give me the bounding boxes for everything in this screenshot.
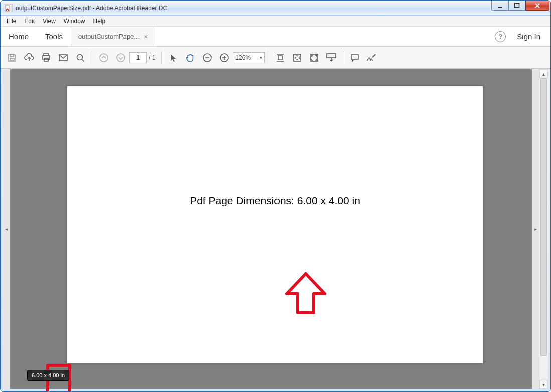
maximize-button[interactable]	[508, 1, 525, 11]
svg-rect-17	[327, 54, 336, 58]
separator	[268, 51, 268, 64]
window-title: outputCustomPaperSize.pdf - Adobe Acroba…	[16, 5, 491, 12]
menu-edit[interactable]: Edit	[20, 17, 39, 26]
read-mode-icon[interactable]	[323, 49, 340, 66]
svg-rect-7	[44, 58, 48, 61]
cursor-icon[interactable]	[165, 49, 182, 66]
scroll-up-icon[interactable]: ▴	[539, 69, 548, 78]
tab-tools-label: Tools	[45, 32, 63, 41]
svg-rect-4	[10, 58, 14, 61]
zoom-value: 126%	[235, 54, 251, 61]
tab-home-label: Home	[9, 32, 29, 41]
zoom-out-icon[interactable]	[199, 49, 216, 66]
svg-rect-1	[498, 7, 502, 8]
svg-rect-14	[278, 56, 282, 60]
chevron-down-icon: ▾	[260, 55, 262, 60]
page-total-label: / 1	[149, 54, 155, 61]
comment-icon[interactable]	[346, 49, 363, 66]
svg-point-11	[117, 54, 125, 62]
sign-in-label: Sign In	[517, 32, 540, 41]
annotation-arrow-up-icon	[281, 270, 331, 320]
scroll-thumb[interactable]	[540, 78, 547, 356]
save-icon[interactable]	[4, 49, 21, 66]
help-icon[interactable]: ?	[495, 31, 506, 42]
menu-window[interactable]: Window	[60, 17, 89, 26]
page-size-tooltip: 6.00 x 4.00 in	[27, 370, 69, 381]
print-icon[interactable]	[38, 49, 55, 66]
svg-rect-6	[43, 56, 50, 59]
sign-in-button[interactable]: Sign In	[513, 32, 544, 41]
separator	[92, 51, 92, 64]
title-bar: outputCustomPaperSize.pdf - Adobe Acroba…	[1, 1, 550, 16]
right-panel-toggle[interactable]: ▸	[532, 69, 539, 389]
document-viewer[interactable]: Pdf Page Dimensions: 6.00 x 4.00 in 6.00…	[10, 69, 532, 389]
vertical-scrollbar[interactable]: ▴ ▾	[539, 69, 548, 389]
cloud-upload-icon[interactable]	[21, 49, 38, 66]
separator	[161, 51, 162, 64]
pdf-page: Pdf Page Dimensions: 6.00 x 4.00 in	[67, 86, 483, 363]
svg-rect-2	[515, 3, 519, 7]
left-panel-toggle[interactable]: ◂	[3, 69, 10, 389]
app-window: outputCustomPaperSize.pdf - Adobe Acroba…	[0, 0, 551, 392]
page-body-text: Pdf Page Dimensions: 6.00 x 4.00 in	[67, 195, 483, 207]
menu-help[interactable]: Help	[89, 17, 110, 26]
svg-rect-15	[294, 54, 301, 61]
minimize-button[interactable]	[491, 1, 508, 11]
tab-home[interactable]: Home	[1, 27, 37, 46]
fullscreen-icon[interactable]	[306, 49, 323, 66]
menu-file[interactable]: File	[3, 17, 20, 26]
separator	[343, 51, 343, 64]
sign-icon[interactable]	[363, 49, 380, 66]
window-controls	[491, 1, 549, 15]
email-icon[interactable]	[55, 49, 72, 66]
svg-rect-3	[10, 54, 14, 57]
content-area: ◂ Pdf Page Dimensions: 6.00 x 4.00 in 6.…	[3, 69, 548, 389]
menu-view[interactable]: View	[39, 17, 60, 26]
page-number-input[interactable]	[129, 52, 147, 63]
scroll-down-icon[interactable]: ▾	[539, 380, 548, 389]
zoom-in-icon[interactable]	[216, 49, 233, 66]
app-icon	[5, 4, 13, 12]
tab-tools[interactable]: Tools	[37, 27, 71, 46]
toolbar: / 1 126% ▾	[1, 47, 550, 69]
fit-page-icon[interactable]	[289, 49, 306, 66]
document-tab[interactable]: outputCustomPape... ×	[71, 27, 153, 46]
document-tab-label: outputCustomPape...	[78, 33, 140, 40]
scroll-track[interactable]	[539, 78, 548, 380]
search-icon[interactable]	[72, 49, 89, 66]
zoom-level-select[interactable]: 126% ▾	[233, 52, 265, 63]
close-button[interactable]	[525, 1, 549, 11]
svg-point-10	[100, 54, 108, 62]
svg-point-9	[77, 54, 83, 60]
page-down-icon[interactable]	[112, 49, 129, 66]
tab-strip: Home Tools outputCustomPape... × ? Sign …	[1, 27, 550, 47]
menu-bar: File Edit View Window Help	[1, 16, 550, 27]
document-tab-close-icon[interactable]: ×	[144, 33, 148, 40]
fit-width-icon[interactable]	[271, 49, 289, 66]
hand-pan-icon[interactable]	[182, 49, 199, 66]
page-up-icon[interactable]	[95, 49, 112, 66]
